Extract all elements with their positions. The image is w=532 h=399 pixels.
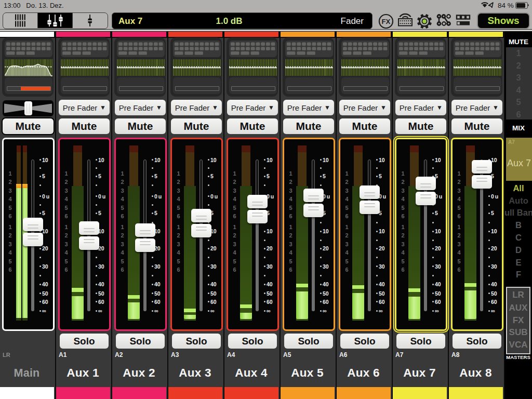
svg-text:FX: FX [382,18,391,25]
